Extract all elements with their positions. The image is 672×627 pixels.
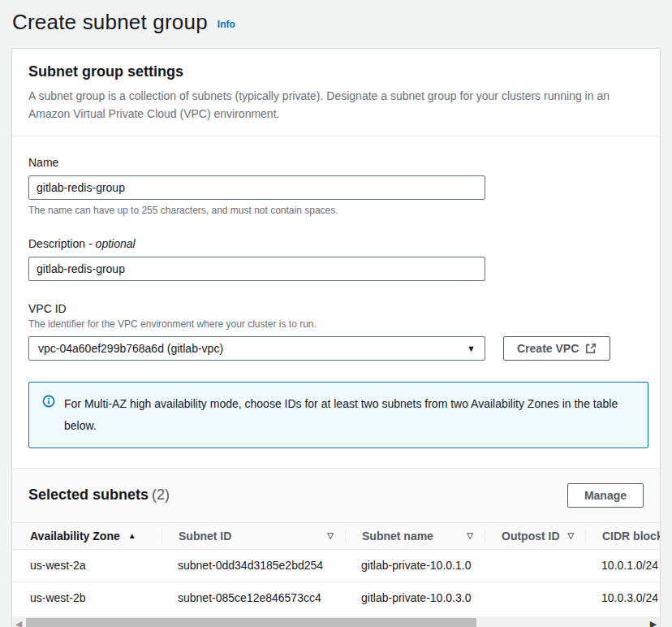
column-header-subnet-name[interactable]: Subnet name ▽ — [345, 528, 485, 544]
settings-heading: Subnet group settings — [28, 63, 644, 80]
sort-icon[interactable]: ▽ — [467, 531, 473, 540]
page-title: Create subnet group — [12, 10, 208, 34]
table-header-row: Availability Zone ▲ Subnet ID ▽ Subnet n… — [12, 522, 660, 549]
vpc-help-text: The identifier for the VPC environment w… — [28, 318, 644, 330]
table-row[interactable]: us-west-2b subnet-085ce12e846573cc4 gitl… — [12, 582, 660, 614]
create-vpc-button-label: Create VPC — [517, 342, 579, 355]
settings-form: Name The name can have up to 255 charact… — [12, 136, 660, 467]
cell-subnet-id: subnet-0dd34d3185e2bd254 — [162, 559, 345, 572]
scroll-left-icon[interactable]: ◀ — [12, 616, 25, 627]
name-field-group: Name The name can have up to 255 charact… — [28, 156, 644, 216]
settings-description: A subnet group is a collection of subnet… — [28, 88, 644, 123]
chevron-down-icon: ▼ — [467, 344, 476, 353]
scroll-right-icon[interactable]: ▶ — [647, 616, 660, 627]
external-link-icon — [585, 343, 597, 354]
selected-subnets-heading: Selected subnets(2) — [28, 486, 170, 504]
name-label: Name — [28, 156, 644, 169]
info-link[interactable]: Info — [218, 19, 235, 30]
selected-subnets-title: Selected subnets — [28, 486, 149, 503]
create-vpc-button[interactable]: Create VPC — [503, 336, 610, 361]
vpc-select[interactable]: vpc-04a60ef299b768a6d (gitlab-vpc) ▼ — [28, 336, 485, 361]
description-optional-text: optional — [96, 237, 136, 250]
selected-subnets-count: (2) — [152, 486, 170, 503]
vpc-label: VPC ID — [28, 302, 644, 315]
column-header-subnet-id[interactable]: Subnet ID ▽ — [162, 528, 345, 544]
column-label: Availability Zone — [30, 530, 120, 543]
alert-text: For Multi-AZ high availability mode, cho… — [64, 393, 635, 436]
selected-subnets-header: Selected subnets(2) Manage — [12, 468, 660, 522]
column-label: Outpost ID — [502, 530, 560, 543]
subnets-table: Availability Zone ▲ Subnet ID ▽ Subnet n… — [12, 522, 660, 614]
page-header: Create subnet groupInfo — [0, 0, 672, 48]
manage-button[interactable]: Manage — [567, 483, 644, 508]
vpc-selected-value: vpc-04a60ef299b768a6d (gitlab-vpc) — [38, 342, 223, 355]
description-label: Description -optional — [28, 237, 644, 250]
name-input[interactable] — [28, 175, 485, 200]
description-label-text: Description - — [28, 237, 93, 250]
column-label: CIDR block — [602, 530, 660, 543]
cell-availability-zone: us-west-2a — [12, 559, 162, 572]
sort-icon[interactable]: ▽ — [568, 531, 575, 540]
column-label: Subnet ID — [179, 530, 231, 543]
description-field-group: Description -optional — [28, 237, 644, 281]
table-row[interactable]: us-west-2a subnet-0dd34d3185e2bd254 gitl… — [12, 549, 660, 582]
subnet-group-card: Subnet group settings A subnet group is … — [11, 48, 661, 627]
column-header-cidr-block[interactable]: CIDR block — [585, 528, 660, 544]
multi-az-info-alert: For Multi-AZ high availability mode, cho… — [28, 382, 648, 448]
description-input[interactable] — [28, 257, 485, 281]
horizontal-scrollbar[interactable]: ◀ ▶ — [12, 616, 660, 627]
column-header-outpost-id[interactable]: Outpost ID ▽ — [485, 528, 585, 544]
settings-section-header: Subnet group settings A subnet group is … — [12, 49, 660, 136]
cell-subnet-name: gitlab-private-10.0.3.0 — [345, 591, 485, 604]
info-icon — [42, 395, 55, 408]
sort-ascending-icon[interactable]: ▲ — [128, 531, 136, 540]
cell-availability-zone: us-west-2b — [12, 591, 162, 604]
vpc-row: vpc-04a60ef299b768a6d (gitlab-vpc) ▼ Cre… — [28, 336, 644, 361]
create-subnet-group-page: Create subnet groupInfo Subnet group set… — [0, 0, 672, 627]
scrollbar-thumb[interactable] — [26, 618, 476, 627]
vpc-field-group: VPC ID The identifier for the VPC enviro… — [28, 302, 644, 361]
cell-cidr-block: 10.0.3.0/24 — [585, 591, 660, 604]
cell-cidr-block: 10.0.1.0/24 — [585, 559, 660, 572]
cell-subnet-name: gitlab-private-10.0.1.0 — [345, 559, 485, 572]
column-label: Subnet name — [362, 530, 433, 543]
cell-subnet-id: subnet-085ce12e846573cc4 — [162, 591, 345, 604]
sort-icon[interactable]: ▽ — [327, 531, 334, 540]
name-help-text: The name can have up to 255 characters, … — [28, 205, 644, 216]
column-header-availability-zone[interactable]: Availability Zone ▲ — [12, 530, 162, 543]
